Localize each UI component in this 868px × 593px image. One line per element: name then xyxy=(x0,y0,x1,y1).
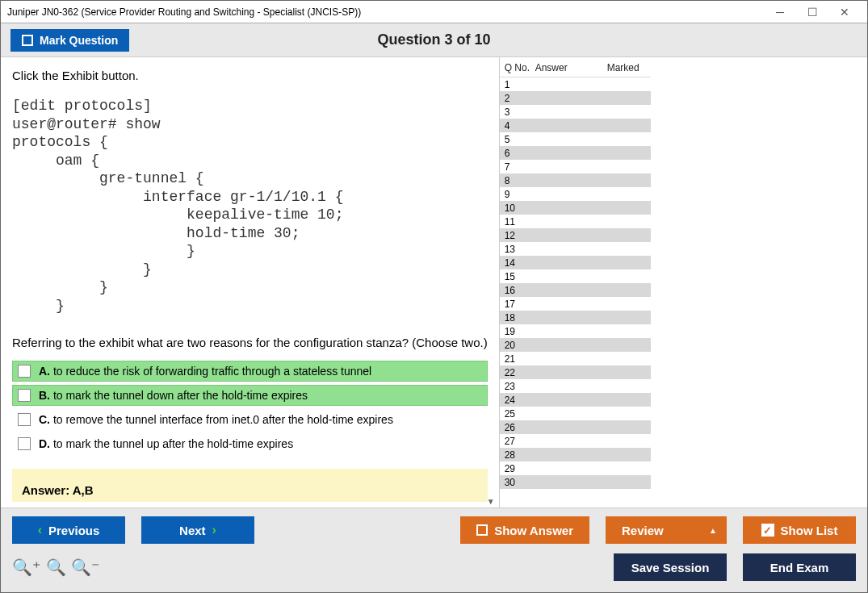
nav-qno: 30 xyxy=(505,477,535,488)
nav-row[interactable]: 16 xyxy=(500,283,651,297)
nav-qno: 21 xyxy=(505,353,535,365)
nav-qno: 28 xyxy=(505,449,535,461)
nav-qno: 29 xyxy=(505,463,535,474)
answer-label: Answer: A,B xyxy=(22,483,94,497)
option-row-c[interactable]: C. to remove the tunnel interface from i… xyxy=(12,409,488,430)
zoom-in-icon[interactable]: 🔍 xyxy=(46,558,66,577)
square-icon xyxy=(476,524,488,536)
nav-qno: 8 xyxy=(505,175,535,186)
nav-qno: 24 xyxy=(505,395,535,406)
option-checkbox[interactable] xyxy=(18,437,31,450)
scroll-down-icon[interactable]: ▼ xyxy=(484,495,497,507)
option-label: A. to reduce the risk of forwarding traf… xyxy=(39,365,371,378)
option-row-a[interactable]: A. to reduce the risk of forwarding traf… xyxy=(12,361,488,382)
col-answer: Answer xyxy=(535,62,584,73)
nav-row[interactable]: 20 xyxy=(500,338,651,352)
nav-header: Q No. Answer Marked xyxy=(500,57,651,77)
nav-list[interactable]: 1234567891011121314151617181920212223242… xyxy=(500,77,651,507)
nav-row[interactable]: 14 xyxy=(500,256,651,269)
nav-qno: 20 xyxy=(505,340,535,351)
nav-qno: 10 xyxy=(505,203,535,214)
option-checkbox[interactable] xyxy=(18,365,31,378)
minimize-button[interactable]: ─ xyxy=(764,1,796,23)
nav-row[interactable]: 3 xyxy=(500,105,651,119)
nav-row[interactable]: 19 xyxy=(500,324,651,338)
dropdown-arrow-icon: ▲ xyxy=(709,526,717,535)
option-checkbox[interactable] xyxy=(18,413,31,426)
nav-qno: 16 xyxy=(505,285,535,296)
review-button[interactable]: Review ▲ xyxy=(606,516,727,544)
nav-row[interactable]: 29 xyxy=(500,461,651,475)
save-session-button[interactable]: Save Session xyxy=(614,553,727,581)
footer: ‹ Previous Next › Show Answer Review ▲ ✓… xyxy=(1,507,867,592)
nav-row[interactable]: 13 xyxy=(500,242,651,256)
nav-row[interactable]: 18 xyxy=(500,311,651,324)
nav-row[interactable]: 11 xyxy=(500,215,651,228)
previous-button[interactable]: ‹ Previous xyxy=(12,516,125,544)
nav-row[interactable]: 17 xyxy=(500,297,651,311)
nav-row[interactable]: 2 xyxy=(500,91,651,105)
nav-qno: 4 xyxy=(505,120,535,132)
nav-row[interactable]: 12 xyxy=(500,228,651,242)
nav-row[interactable]: 4 xyxy=(500,119,651,132)
maximize-button[interactable]: ☐ xyxy=(796,1,828,23)
zoom-reset-icon[interactable]: 🔍⁺ xyxy=(12,558,41,577)
nav-row[interactable]: 7 xyxy=(500,160,651,173)
nav-qno: 15 xyxy=(505,271,535,282)
nav-row[interactable]: 15 xyxy=(500,269,651,283)
mark-question-button[interactable]: Mark Question xyxy=(10,29,129,52)
show-answer-button[interactable]: Show Answer xyxy=(460,516,589,544)
col-marked: Marked xyxy=(584,62,646,73)
nav-qno: 3 xyxy=(505,106,535,118)
nav-row[interactable]: 21 xyxy=(500,352,651,365)
nav-row[interactable]: 23 xyxy=(500,379,651,393)
nav-qno: 22 xyxy=(505,367,535,378)
answer-box: Answer: A,B xyxy=(12,469,488,502)
nav-qno: 11 xyxy=(505,216,535,228)
button-row-2: 🔍⁺ 🔍 🔍⁻ Save Session End Exam xyxy=(12,553,856,581)
option-row-d[interactable]: D. to mark the tunnel up after the hold-… xyxy=(12,433,488,454)
end-exam-button[interactable]: End Exam xyxy=(743,553,856,581)
nav-qno: 1 xyxy=(505,79,535,90)
question-prompt: Referring to the exhibit what are two re… xyxy=(12,336,488,349)
titlebar: Juniper JN0-362 (Service Provider Routin… xyxy=(1,1,867,23)
nav-row[interactable]: 5 xyxy=(500,132,651,146)
question-nav-panel: Q No. Answer Marked 12345678910111213141… xyxy=(499,57,651,507)
nav-row[interactable]: 26 xyxy=(500,420,651,434)
option-checkbox[interactable] xyxy=(18,389,31,402)
nav-qno: 19 xyxy=(505,326,535,337)
nav-qno: 7 xyxy=(505,161,535,173)
app-window: Juniper JN0-362 (Service Provider Routin… xyxy=(0,0,868,593)
close-button[interactable]: ✕ xyxy=(828,1,861,23)
col-qno: Q No. xyxy=(505,62,535,73)
nav-row[interactable]: 27 xyxy=(500,434,651,448)
question-counter: Question 3 of 10 xyxy=(377,31,490,48)
nav-row[interactable]: 28 xyxy=(500,448,651,461)
nav-row[interactable]: 6 xyxy=(500,146,651,160)
nav-row[interactable]: 30 xyxy=(500,475,651,489)
options-list: A. to reduce the risk of forwarding traf… xyxy=(12,361,488,454)
show-list-button[interactable]: ✓ Show List xyxy=(743,516,856,544)
nav-row[interactable]: 8 xyxy=(500,173,651,187)
nav-qno: 26 xyxy=(505,422,535,433)
nav-row[interactable]: 22 xyxy=(500,365,651,379)
nav-row[interactable]: 25 xyxy=(500,407,651,420)
nav-row[interactable]: 24 xyxy=(500,393,651,407)
next-button[interactable]: Next › xyxy=(141,516,254,544)
chevron-right-icon: › xyxy=(212,523,216,537)
option-label: B. to mark the tunnel down after the hol… xyxy=(39,389,308,402)
nav-qno: 12 xyxy=(505,230,535,241)
zoom-out-icon[interactable]: 🔍⁻ xyxy=(71,558,100,577)
nav-qno: 5 xyxy=(505,134,535,145)
nav-row[interactable]: 1 xyxy=(500,77,651,91)
button-row-1: ‹ Previous Next › Show Answer Review ▲ ✓… xyxy=(12,516,856,544)
option-label: C. to remove the tunnel interface from i… xyxy=(39,413,393,426)
nav-row[interactable]: 10 xyxy=(500,201,651,215)
nav-qno: 17 xyxy=(505,299,535,310)
question-instruction: Click the Exhibit button. xyxy=(12,69,488,82)
nav-qno: 23 xyxy=(505,381,535,392)
option-row-b[interactable]: B. to mark the tunnel down after the hol… xyxy=(12,385,488,406)
nav-qno: 9 xyxy=(505,189,535,200)
mark-question-label: Mark Question xyxy=(40,34,118,47)
nav-row[interactable]: 9 xyxy=(500,187,651,201)
